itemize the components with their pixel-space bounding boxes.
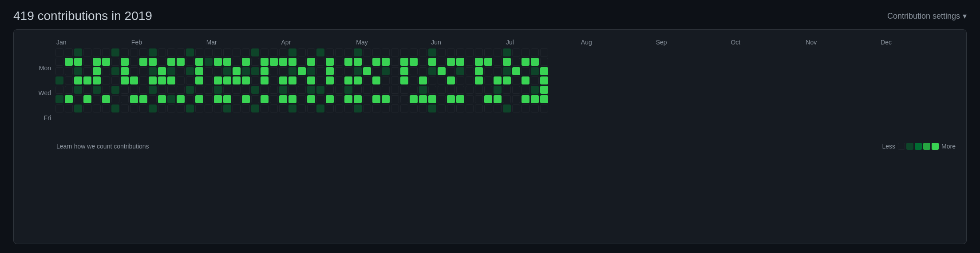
contribution-cell[interactable] xyxy=(214,104,222,112)
contribution-cell[interactable] xyxy=(102,67,110,75)
contribution-cell[interactable] xyxy=(65,48,73,56)
contribution-cell[interactable] xyxy=(74,104,82,112)
contribution-cell[interactable] xyxy=(121,86,129,94)
contribution-cell[interactable] xyxy=(65,58,73,66)
contribution-cell[interactable] xyxy=(279,76,287,84)
contribution-cell[interactable] xyxy=(447,86,455,94)
contribution-cell[interactable] xyxy=(242,104,250,112)
contribution-cell[interactable] xyxy=(316,104,324,112)
contribution-cell[interactable] xyxy=(205,48,213,56)
contribution-cell[interactable] xyxy=(503,86,511,94)
contribution-cell[interactable] xyxy=(512,48,520,56)
contribution-cell[interactable] xyxy=(503,76,511,84)
contribution-cell[interactable] xyxy=(335,67,343,75)
contribution-cell[interactable] xyxy=(307,67,315,75)
contribution-cell[interactable] xyxy=(223,76,231,84)
contribution-cell[interactable] xyxy=(223,104,231,112)
contribution-cell[interactable] xyxy=(512,58,520,66)
contribution-cell[interactable] xyxy=(177,76,185,84)
contribution-cell[interactable] xyxy=(307,95,315,103)
contribution-cell[interactable] xyxy=(279,86,287,94)
contribution-cell[interactable] xyxy=(261,104,269,112)
contribution-cell[interactable] xyxy=(288,104,296,112)
contribution-cell[interactable] xyxy=(102,48,110,56)
contribution-cell[interactable] xyxy=(195,104,203,112)
contribution-cell[interactable] xyxy=(503,58,511,66)
contribution-cell[interactable] xyxy=(484,76,492,84)
contribution-cell[interactable] xyxy=(242,95,250,103)
contribution-cell[interactable] xyxy=(195,48,203,56)
contribution-cell[interactable] xyxy=(531,86,539,94)
learn-link[interactable]: Learn how we count contributions xyxy=(56,143,149,150)
contribution-cell[interactable] xyxy=(111,95,119,103)
contribution-cell[interactable] xyxy=(111,86,119,94)
contribution-cell[interactable] xyxy=(233,58,241,66)
contribution-cell[interactable] xyxy=(111,104,119,112)
contribution-cell[interactable] xyxy=(111,67,119,75)
contribution-cell[interactable] xyxy=(512,76,520,84)
contribution-cell[interactable] xyxy=(261,76,269,84)
contribution-settings-button[interactable]: Contribution settings ▾ xyxy=(887,11,967,21)
contribution-cell[interactable] xyxy=(428,76,436,84)
contribution-cell[interactable] xyxy=(410,86,418,94)
contribution-cell[interactable] xyxy=(419,104,427,112)
contribution-cell[interactable] xyxy=(494,86,502,94)
contribution-cell[interactable] xyxy=(438,104,446,112)
contribution-cell[interactable] xyxy=(65,95,73,103)
contribution-cell[interactable] xyxy=(186,86,194,94)
contribution-cell[interactable] xyxy=(316,76,324,84)
contribution-cell[interactable] xyxy=(447,95,455,103)
contribution-cell[interactable] xyxy=(400,104,408,112)
contribution-cell[interactable] xyxy=(382,58,390,66)
contribution-cell[interactable] xyxy=(335,95,343,103)
contribution-cell[interactable] xyxy=(93,86,101,94)
contribution-cell[interactable] xyxy=(466,76,474,84)
contribution-cell[interactable] xyxy=(391,48,399,56)
contribution-cell[interactable] xyxy=(130,76,138,84)
contribution-cell[interactable] xyxy=(186,95,194,103)
contribution-cell[interactable] xyxy=(261,86,269,94)
contribution-cell[interactable] xyxy=(130,95,138,103)
contribution-cell[interactable] xyxy=(466,58,474,66)
contribution-cell[interactable] xyxy=(186,67,194,75)
contribution-cell[interactable] xyxy=(74,76,82,84)
contribution-cell[interactable] xyxy=(205,86,213,94)
contribution-cell[interactable] xyxy=(158,76,166,84)
contribution-cell[interactable] xyxy=(382,86,390,94)
contribution-cell[interactable] xyxy=(111,48,119,56)
contribution-cell[interactable] xyxy=(428,86,436,94)
contribution-cell[interactable] xyxy=(298,58,306,66)
contribution-cell[interactable] xyxy=(55,48,63,56)
contribution-cell[interactable] xyxy=(167,95,175,103)
contribution-cell[interactable] xyxy=(270,48,278,56)
contribution-cell[interactable] xyxy=(261,48,269,56)
contribution-cell[interactable] xyxy=(391,86,399,94)
contribution-cell[interactable] xyxy=(391,67,399,75)
contribution-cell[interactable] xyxy=(130,86,138,94)
contribution-cell[interactable] xyxy=(223,67,231,75)
contribution-cell[interactable] xyxy=(279,48,287,56)
contribution-cell[interactable] xyxy=(363,95,371,103)
contribution-cell[interactable] xyxy=(74,48,82,56)
contribution-cell[interactable] xyxy=(400,86,408,94)
contribution-cell[interactable] xyxy=(344,76,352,84)
contribution-cell[interactable] xyxy=(447,48,455,56)
contribution-cell[interactable] xyxy=(233,86,241,94)
contribution-cell[interactable] xyxy=(363,104,371,112)
contribution-cell[interactable] xyxy=(419,86,427,94)
contribution-cell[interactable] xyxy=(279,95,287,103)
contribution-cell[interactable] xyxy=(214,76,222,84)
contribution-cell[interactable] xyxy=(419,67,427,75)
contribution-cell[interactable] xyxy=(456,95,464,103)
contribution-cell[interactable] xyxy=(363,67,371,75)
contribution-cell[interactable] xyxy=(512,95,520,103)
contribution-cell[interactable] xyxy=(167,58,175,66)
contribution-cell[interactable] xyxy=(93,95,101,103)
contribution-cell[interactable] xyxy=(186,104,194,112)
contribution-cell[interactable] xyxy=(512,104,520,112)
contribution-cell[interactable] xyxy=(475,48,483,56)
contribution-cell[interactable] xyxy=(344,67,352,75)
contribution-cell[interactable] xyxy=(494,95,502,103)
contribution-cell[interactable] xyxy=(139,104,147,112)
contribution-cell[interactable] xyxy=(288,67,296,75)
